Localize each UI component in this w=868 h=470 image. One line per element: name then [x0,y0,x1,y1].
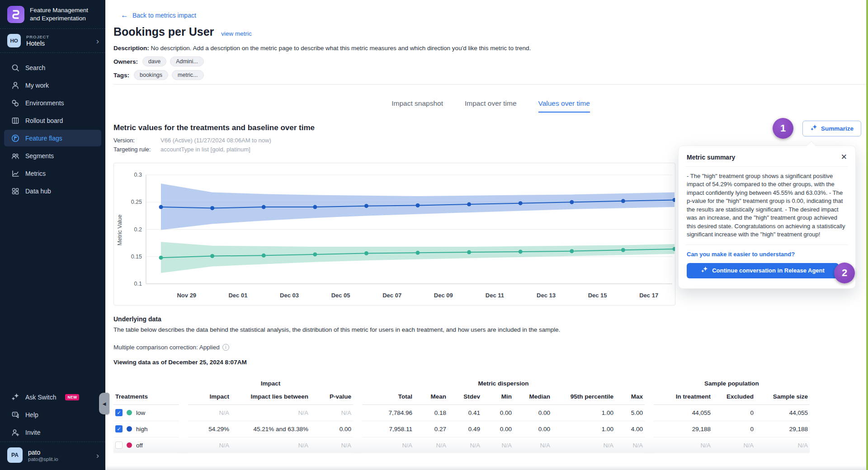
sidebar-item-rollout-board[interactable]: Rollout board [4,112,101,129]
svg-text:Nov 29: Nov 29 [177,292,196,299]
spacer [353,389,362,404]
group-header-sample-population: Sample population [654,377,810,389]
cell: 0.00 [482,421,514,437]
owners-chips: daveAdmini... [142,56,204,66]
popover-body-text: - The "high" treatment group shows a sig… [687,172,847,239]
treatment-checkbox-low[interactable]: ✓ [115,409,123,416]
owner-chip: dave [142,56,166,66]
info-icon[interactable]: i [222,344,229,351]
sidebar-item-my-work[interactable]: My work [4,77,101,94]
treatment-checkbox-high[interactable]: ✓ [115,425,123,432]
sidebar-item-data-hub[interactable]: Data hub [4,183,101,199]
cell: 1.00 [552,404,615,421]
tags-chips: bookingsmetric... [134,70,204,80]
cell: 0.49 [448,421,482,437]
project-label: PROJECT [26,34,91,39]
column-header-impact-lies-between: Impact lies between [231,389,310,404]
back-link-label: Back to metrics impact [132,12,196,19]
make-easier-link[interactable]: Can you make it easier to understand? [687,251,847,258]
table-header-row: TreatmentsImpactImpact lies betweenP-val… [113,389,810,404]
spacer [353,421,362,437]
tab-impact-over-time[interactable]: Impact over time [465,99,517,113]
cell: 0 [712,404,755,421]
metric-values-chart: 0.10.150.20.250.3Metric ValueNov 29Dec 0… [113,163,675,306]
cell: 1.00 [552,421,615,437]
cell: 44,055 [755,404,810,421]
column-header-total: Total [362,389,414,404]
tab-impact-snapshot[interactable]: Impact snapshot [392,99,443,113]
project-switcher[interactable]: HO PROJECT Hotels › [0,29,105,52]
my-work-icon [11,81,20,90]
cell: 7,958.11 [362,421,414,437]
cell: N/A [188,437,231,453]
cell: N/A [310,437,353,453]
sidebar-item-invite[interactable]: Invite [4,424,101,441]
viewing-data-asof: Viewing data as of December 25, 2024 8:0… [113,359,868,366]
sidebar-item-label: Environments [25,99,64,107]
new-badge: NEW [65,394,79,400]
continue-button-label: Continue conversation in Release Agent [712,267,825,274]
svg-text:Dec 01: Dec 01 [228,292,247,299]
cell: 0.00 [482,404,514,421]
sidebar-item-ask-switch[interactable]: Ask SwitchNEW [4,389,101,405]
page-title: Bookings per User [113,25,214,38]
spacer [645,437,654,453]
summarize-button-label: Summarize [821,125,854,132]
column-header-min: Min [482,389,514,404]
sidebar-item-metrics[interactable]: Metrics [4,165,101,182]
treatment-cell: ✓high [113,421,179,437]
user-email: pato@split.io [28,456,91,462]
project-name: Hotels [26,40,91,47]
treatment-name: low [136,409,145,416]
column-header-excluded: Excluded [712,389,755,404]
column-header-mean: Mean [414,389,448,404]
popover-divider [686,166,848,167]
section-row: Metric values for the treatments and bas… [113,123,868,132]
back-link[interactable]: ← Back to metrics impact [121,11,196,19]
sidebar-nav: SearchMy workEnvironmentsRollout boardFe… [0,53,105,199]
segments-icon [11,151,20,160]
sidebar-item-feature-flags[interactable]: Feature flags [4,130,101,146]
sidebar-item-label: Metrics [25,170,46,177]
treatment-checkbox-off[interactable] [115,442,123,449]
treatment-cell-content: off [115,442,177,449]
chevron-right-icon: › [96,451,99,460]
cell: N/A [188,404,231,421]
owners-label: Owners: [113,58,138,65]
svg-text:Dec 11: Dec 11 [486,292,504,299]
tab-values-over-time[interactable]: Values over time [538,99,590,113]
sidebar-collapse-handle[interactable]: ◀ [99,393,109,414]
svg-text:?: ? [14,412,16,416]
underlying-data-heading: Underlying data [113,315,868,323]
svg-text:Metric Value: Metric Value [117,215,123,246]
sidebar-item-segments[interactable]: Segments [4,147,101,164]
targeting-rule-value: accountType in list [gold, platinum] [160,146,250,153]
data-hub-icon [11,187,20,196]
sidebar-item-help[interactable]: ?Help [4,406,101,423]
tags-label: Tags: [113,72,129,79]
svg-text:0.2: 0.2 [134,226,142,233]
column-header-95th-percentile: 95th percentile [552,389,615,404]
svg-text:0.1: 0.1 [134,281,142,287]
cell: 29,188 [654,421,712,437]
cell: 0.00 [514,404,552,421]
version-row: Version: V66 (Active) (11/27/2024 08:06A… [113,137,868,144]
spacer [179,404,188,421]
summarize-button[interactable]: Summarize [802,121,861,136]
popover-divider [686,244,848,245]
app-root: Feature Management and Experimentation H… [0,0,868,470]
user-menu[interactable]: PA pato pato@split.io › [0,442,105,470]
close-icon[interactable]: ✕ [841,153,847,161]
sidebar-item-label: Help [25,411,38,418]
sidebar-item-label: Rollout board [25,117,63,124]
column-header-p-value: P-value [310,389,353,404]
treatment-cell-content: ✓low [115,409,177,416]
search-icon [11,63,20,72]
sidebar-item-environments[interactable]: Environments [4,94,101,111]
sidebar-item-search[interactable]: Search [4,59,101,76]
annotation-step-1: 1 [773,118,793,139]
invite-icon [11,428,20,437]
continue-release-agent-button[interactable]: Continue conversation in Release Agent [687,263,839,278]
view-metric-link[interactable]: view metric [221,30,252,37]
cell: 7,784.96 [362,404,414,421]
